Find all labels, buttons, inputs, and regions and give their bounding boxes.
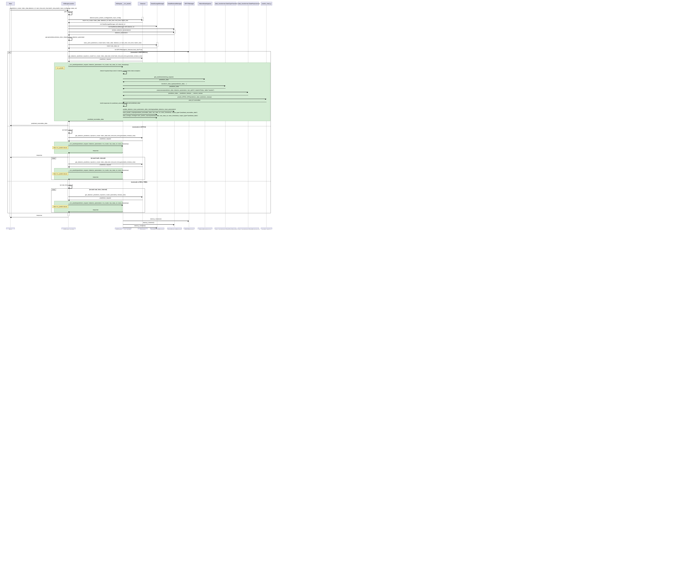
ref-note: run_predict (56, 67, 65, 69)
participant-predict: :ADEngine.predict (61, 2, 76, 5)
message-label: destroy_instance() (123, 225, 157, 226)
message-label: prediction_request (68, 138, 142, 139)
message: predicted_anomalies_data (10, 123, 68, 125)
message: prediction_request (68, 59, 142, 61)
message-label: __run_predict(prediction_request, detect… (68, 64, 123, 65)
message: return run_mode, index_date, detector_id… (68, 20, 142, 23)
message: init DataRetrievalManager with detector_… (68, 27, 174, 29)
participant-detector: :Detector (138, 2, 147, 5)
message-label: response (68, 209, 123, 210)
message-label: init SPOTManager(n_features,load_obj=Tru… (68, 49, 189, 50)
message-label: get_detector_prediction_input(run_mode, … (68, 135, 142, 136)
message: prediction_data (123, 86, 225, 89)
message: detector_parameters (68, 33, 174, 35)
participant-spot: :SPOTManager (184, 2, 195, 5)
participant-mtad: predict_mtad_g (261, 2, 272, 5)
participant-predict: :ADEngine.predict (61, 228, 76, 229)
message: predicted_anomalies_data (68, 119, 123, 121)
participant-drm: :DataRetrievalManager (167, 228, 182, 229)
message: prediction_data (123, 79, 205, 82)
message-label: predicted_anomalies_data (68, 119, 123, 120)
participant-spot: :SPOTManager (184, 228, 195, 229)
message: response (68, 150, 123, 153)
message: prediction_request (68, 139, 142, 141)
message-label: destroy_instance() (123, 222, 174, 223)
alt-condition: [runmode is REAL-TIME] (8, 181, 271, 183)
message-label: get_detector_prediction_input(run_mode=r… (68, 55, 142, 57)
message: update_detector_input_parameters_after_t… (123, 109, 174, 111)
participant-wazuh: :WazuhDataIngestor (198, 2, 212, 5)
participant-dpp: :data_transformer.DataPreprocessor (238, 2, 259, 5)
message-label: update_detector_input_parameters_after_t… (123, 109, 174, 110)
message-label: destroy_instance() (123, 218, 189, 220)
message-label: response (10, 215, 68, 216)
message: : return use_case_no (68, 46, 157, 48)
message-label: data_storage_manager.save_predict_output… (123, 115, 157, 116)
sequence-diagram: MainMain:ADEngine.predict:ADEngine.predi… (0, 0, 273, 229)
message-label: return run_mode, index_date, detector_id… (68, 20, 142, 21)
message: response (68, 177, 123, 179)
message-label: predict(run_mode, index_date,detector_id… (10, 8, 68, 9)
ref-note: See run_predict above (52, 146, 68, 149)
loop-condition: [at each real_time_interval] (51, 189, 145, 190)
message-label: response (68, 176, 123, 178)
alt-separator (8, 126, 271, 126)
message-label: prediction_request (68, 58, 142, 60)
participant-mtad: predict_mtad_g (261, 228, 272, 229)
message-label: response (68, 150, 123, 151)
message: retrieve_detector_parameters() (68, 30, 174, 32)
message-label: prediction_data, _, prediction_stamps, _… (123, 93, 248, 94)
message: transform_data_types(prediction_data,...… (123, 84, 225, 86)
message: __run_predict(prediction_request, detect… (68, 144, 123, 146)
message: response (10, 215, 68, 217)
message: init DataStorageManager with detector_id (68, 24, 157, 26)
alt-condition: [runmode is HISTORICAL] (8, 52, 271, 53)
message-label: prediction_data (123, 86, 225, 87)
participant-wazuh: :WazuhDataIngestor (198, 228, 212, 229)
message: get_detector_prediction_input(run_mode, … (68, 195, 142, 197)
message-label: detector.parse_predict_config(predict_in… (68, 17, 142, 18)
message-label: preprocess(prediction_data, detector_par… (123, 89, 248, 91)
message: preprocess(prediction_data, detector_par… (123, 90, 248, 92)
message-label: save_yaml_predict(run_mode.name, index_d… (68, 42, 157, 43)
message: response (10, 155, 68, 157)
alt-separator (8, 181, 271, 181)
message: predict(run_mode, index_date,detector_id… (10, 8, 68, 10)
participant-dpp: :data_transformer.DataPreprocessor (238, 228, 259, 229)
message: destroy_instance() (123, 219, 189, 221)
message-label: __run_predict(prediction_request, detect… (68, 170, 123, 171)
message: predict_MTAD_GAT(prediction_data, predic… (123, 97, 266, 99)
message: get_detector_prediction_input(run_mode=r… (68, 56, 142, 58)
message: __run_predict(prediction_request, detect… (68, 64, 123, 67)
participant-dsm: :DataStorageManager (150, 228, 164, 229)
message: prediction_request (68, 198, 142, 200)
message-label: get_prediction(training_request) (123, 76, 205, 78)
message: destroy_instance() (123, 222, 174, 225)
message: save_predict_output(predicted_anomalies_… (123, 112, 157, 114)
message-label: save_predict_output(predicted_anomalies_… (123, 112, 157, 113)
message-label: predicted_anomalies_data (10, 123, 68, 124)
message-label: init DataStorageManager with detector_id (68, 23, 157, 25)
participant-main: Main (6, 228, 15, 229)
message-label: transform_data_types(prediction_data,...… (123, 83, 225, 84)
message-label: prediction_request (68, 197, 142, 199)
participant-drm: :DataRetrievalManager (167, 2, 182, 5)
participant-dsm: :DataStorageManager (150, 2, 164, 5)
message: __run_predict(prediction_request, detect… (68, 203, 123, 205)
alt-condition: [runmode is BATCH] (8, 126, 271, 128)
message: destroy_instance() (123, 226, 157, 228)
message-label: __run_predict(prediction_request, detect… (68, 202, 123, 204)
loop-condition: [at each bath_interval] (51, 157, 145, 159)
message: data_storage_manager.save_predict_output… (123, 115, 157, 118)
participant-dtt: :data_transformer.DataTypeTransformer (215, 2, 236, 5)
message-label: detector_parameters (68, 32, 174, 33)
message: save_yaml_predict(run_mode.name, index_d… (68, 43, 157, 45)
participant-runpredict: :ADEngine.__run_predict (115, 2, 131, 5)
participant-main: Main (6, 2, 15, 5)
message-label: prediction_data (123, 79, 205, 80)
message: get_prediction(training_request) (123, 77, 205, 79)
message: prediction_request (68, 165, 142, 167)
participant-dtt: :data_transformer.DataTypeTransformer (215, 228, 236, 229)
message: get_detector_prediction_input(run_mode, … (68, 135, 142, 138)
message-label: init DataRetrievalManager with detector_… (68, 26, 174, 28)
